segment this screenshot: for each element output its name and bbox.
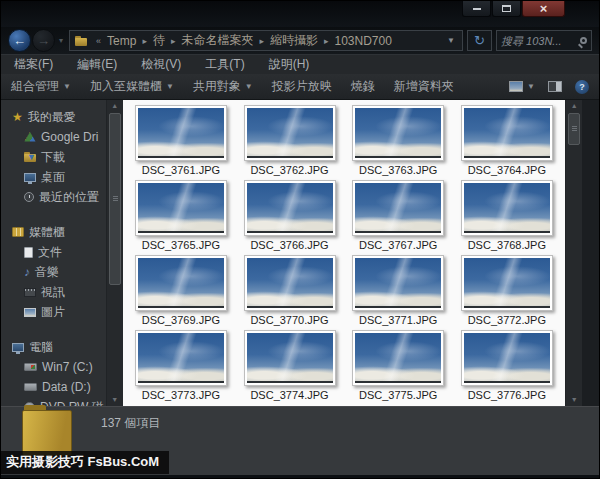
breadcrumb-item-2[interactable]: 未命名檔案夾 (179, 32, 255, 49)
sidebar-item-videos[interactable]: 視訊 (1, 282, 106, 302)
photo-thumbnail-frame (135, 330, 227, 386)
scrollbar-thumb[interactable] (109, 113, 121, 285)
maximize-icon (502, 5, 511, 12)
burn-button[interactable]: 燒錄 (351, 78, 375, 95)
scroll-down-icon[interactable]: ▼ (566, 394, 582, 406)
menu-view[interactable]: 檢視(V) (141, 56, 181, 73)
file-item[interactable]: DSC_3767.JPG (344, 180, 453, 255)
chevron-down-icon: ▼ (527, 82, 535, 91)
photo-thumbnail (138, 333, 224, 383)
maximize-button[interactable] (492, 1, 521, 17)
scroll-up-icon[interactable]: ▲ (566, 100, 582, 112)
file-item[interactable]: DSC_3762.JPG (235, 105, 344, 180)
minimize-button[interactable] (462, 1, 491, 17)
item-count: 137 個項目 (101, 415, 160, 432)
refresh-button[interactable]: ↻ (467, 30, 492, 51)
photo-thumbnail-frame (352, 105, 444, 161)
sidebar-group-libraries[interactable]: 媒體櫃 (1, 222, 106, 242)
photo-thumbnail (247, 333, 333, 383)
search-icon[interactable] (580, 37, 587, 44)
preview-pane-button[interactable] (548, 81, 562, 92)
include-in-library-button[interactable]: 加入至媒體櫃▼ (90, 78, 174, 95)
file-name: DSC_3761.JPG (142, 164, 220, 176)
sidebar-scrollbar[interactable]: ▲ ▼ (106, 100, 123, 406)
breadcrumb-separator-icon: ▸ (255, 36, 268, 46)
sidebar-group-computer[interactable]: 電腦 (1, 337, 106, 357)
scrollbar-thumb[interactable] (568, 113, 580, 145)
forward-button[interactable]: → (32, 29, 55, 52)
window-right-border (582, 100, 599, 406)
sidebar-item-google-drive[interactable]: Google Dri (1, 127, 106, 147)
menu-tools[interactable]: 工具(T) (205, 56, 244, 73)
scroll-down-icon[interactable]: ▼ (107, 394, 123, 406)
menu-edit[interactable]: 編輯(E) (77, 56, 117, 73)
new-folder-button[interactable]: 新增資料夾 (394, 78, 454, 95)
file-item[interactable]: DSC_3776.JPG (452, 330, 561, 405)
file-item[interactable]: DSC_3769.JPG (127, 255, 236, 330)
window-bottom-border (1, 475, 599, 479)
photo-thumbnail-frame (352, 255, 444, 311)
photo-thumbnail-frame (135, 180, 227, 236)
file-name: DSC_3776.JPG (468, 389, 546, 401)
file-item[interactable]: DSC_3773.JPG (127, 330, 236, 405)
slideshow-button[interactable]: 投影片放映 (272, 78, 332, 95)
address-bar: ← → ▾ « Temp ▸ 待 ▸ 未命名檔案夾 ▸ 縮時攝影 ▸ 103ND… (1, 27, 599, 54)
content-scrollbar[interactable]: ▲ ▼ (565, 100, 582, 406)
sidebar-item-downloads[interactable]: ▼ 下載 (1, 147, 106, 167)
command-bar: 組合管理▼ 加入至媒體櫃▼ 共用對象▼ 投影片放映 燒錄 新增資料夾 ▼ ? (1, 74, 599, 100)
title-bar[interactable]: × (1, 1, 599, 27)
photo-thumbnail-frame (461, 105, 553, 161)
file-item[interactable]: DSC_3774.JPG (235, 330, 344, 405)
breadcrumb-item-current[interactable]: 103ND700 (333, 34, 394, 48)
photo-thumbnail-frame (244, 330, 336, 386)
breadcrumb-item-1[interactable]: 待 (151, 32, 167, 49)
search-input[interactable] (501, 35, 578, 47)
file-item[interactable]: DSC_3770.JPG (235, 255, 344, 330)
sidebar-item-desktop[interactable]: 桌面 (1, 167, 106, 187)
help-button[interactable]: ? (575, 80, 589, 94)
share-with-button[interactable]: 共用對象▼ (193, 78, 253, 95)
file-item[interactable]: DSC_3772.JPG (452, 255, 561, 330)
toolbar-right-icons: ▼ ? (509, 80, 589, 94)
change-view-button[interactable]: ▼ (509, 81, 535, 92)
breadcrumb[interactable]: « Temp ▸ 待 ▸ 未命名檔案夾 ▸ 縮時攝影 ▸ 103ND700 ▼ (69, 30, 463, 51)
breadcrumb-item-3[interactable]: 縮時攝影 (268, 32, 320, 49)
photo-thumbnail (355, 108, 441, 158)
scroll-up-icon[interactable]: ▲ (107, 100, 123, 112)
address-dropdown-icon[interactable]: ▼ (445, 36, 457, 45)
file-name: DSC_3768.JPG (468, 239, 546, 251)
sidebar-item-drive-c[interactable]: Win7 (C:) (1, 357, 106, 377)
recent-pages-dropdown-icon[interactable]: ▾ (59, 36, 63, 45)
file-name: DSC_3764.JPG (468, 164, 546, 176)
sidebar-group-favorites[interactable]: ★ 我的最愛 (1, 107, 106, 127)
close-button[interactable]: × (522, 1, 565, 17)
sidebar-item-documents[interactable]: 文件 (1, 242, 106, 262)
back-button[interactable]: ← (8, 29, 31, 52)
photo-thumbnail (247, 183, 333, 233)
folder-icon (75, 36, 87, 46)
downloads-icon: ▼ (24, 152, 36, 162)
file-item[interactable]: DSC_3766.JPG (235, 180, 344, 255)
menu-file[interactable]: 檔案(F) (14, 56, 53, 73)
file-item[interactable]: DSC_3763.JPG (344, 105, 453, 180)
file-item[interactable]: DSC_3771.JPG (344, 255, 453, 330)
file-name: DSC_3762.JPG (250, 164, 328, 176)
sidebar-item-recent-places[interactable]: 最近的位置 (1, 187, 106, 207)
photo-thumbnail (247, 258, 333, 308)
file-list[interactable]: DSC_3761.JPG DSC_3762.JPG DSC_3763.JPG (123, 100, 566, 406)
music-icon: ♪ (24, 266, 30, 278)
file-item[interactable]: DSC_3775.JPG (344, 330, 453, 405)
sidebar-item-drive-d[interactable]: Data (D:) (1, 377, 106, 397)
file-item[interactable]: DSC_3764.JPG (452, 105, 561, 180)
sidebar-item-pictures[interactable]: 圖片 (1, 302, 106, 322)
photo-thumbnail (355, 183, 441, 233)
file-item[interactable]: DSC_3765.JPG (127, 180, 236, 255)
breadcrumb-item-temp[interactable]: Temp (105, 34, 138, 48)
organize-button[interactable]: 組合管理▼ (11, 78, 71, 95)
menu-help[interactable]: 說明(H) (269, 56, 310, 73)
photo-thumbnail (464, 108, 550, 158)
file-item[interactable]: DSC_3768.JPG (452, 180, 561, 255)
file-item[interactable]: DSC_3761.JPG (127, 105, 236, 180)
sidebar-item-music[interactable]: ♪ 音樂 (1, 262, 106, 282)
computer-icon (12, 343, 24, 352)
